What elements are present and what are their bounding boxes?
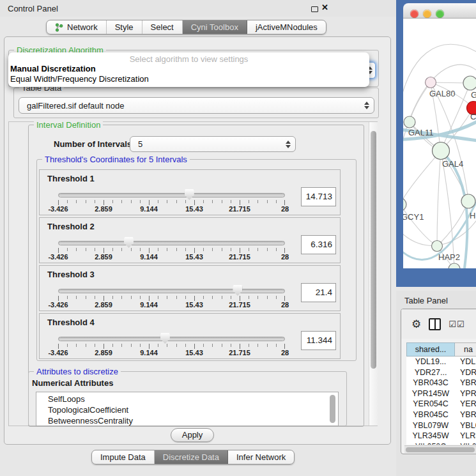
tab-network[interactable]: Network — [47, 20, 107, 34]
minimize-traffic-light[interactable] — [423, 10, 431, 18]
table-row[interactable]: YLR345WYLR3 — [406, 431, 476, 441]
close-icon[interactable]: ✕ — [321, 3, 328, 12]
float-window-icon[interactable] — [311, 6, 318, 12]
slider-thumb[interactable] — [185, 189, 194, 200]
tab-select-label: Select — [151, 22, 174, 32]
tab-select[interactable]: Select — [142, 20, 183, 34]
table-row[interactable]: YIL052CYIL0 — [406, 441, 476, 445]
slider-track[interactable] — [58, 241, 285, 245]
network-node-gal11[interactable] — [404, 116, 415, 128]
cell-name[interactable]: YER0 — [455, 399, 476, 410]
network-node-h[interactable] — [461, 194, 475, 208]
network-node-label: GAL80 — [429, 89, 455, 98]
split-columns-icon[interactable] — [429, 318, 441, 330]
slider-scale-label: 15.43 — [185, 205, 203, 213]
slider-track[interactable] — [58, 337, 285, 341]
slider-scale-label: 9.144 — [140, 253, 158, 261]
tab-impute-data[interactable]: Impute Data — [92, 450, 155, 464]
slider-scale: -3.4262.8599.14415.4321.71528 — [58, 253, 285, 261]
slider-ticks — [58, 200, 285, 203]
cell-name[interactable]: YBR0 — [455, 378, 476, 388]
network-node-hap2[interactable] — [432, 241, 443, 252]
list-scrollbar-thumb[interactable] — [330, 395, 335, 423]
network-node-label: GAL11 — [408, 128, 434, 137]
cell-name[interactable]: YBL0 — [455, 420, 476, 431]
slider-scale-label: 28 — [281, 349, 289, 357]
cell-shared-name[interactable]: YIL052C — [406, 441, 455, 445]
network-window-titlebar[interactable] — [403, 3, 476, 19]
cell-name[interactable]: YIL0 — [455, 441, 476, 445]
network-node-gal80[interactable] — [426, 77, 436, 88]
close-traffic-light[interactable] — [410, 10, 418, 18]
table-data-combo-value: galFiltered.sif default node — [27, 101, 124, 111]
threshold-1-value-field[interactable]: 14.713 — [301, 187, 336, 206]
algorithm-option-manual[interactable]: Manual Discretization — [10, 64, 368, 74]
control-panel-titlebar: Control Panel ✕ — [0, 0, 396, 17]
network-node-label: C — [470, 112, 476, 121]
cell-shared-name[interactable]: YBR043C — [406, 378, 455, 388]
cell-shared-name[interactable]: YER054C — [406, 399, 455, 410]
attribute-item[interactable]: SelfLoops — [48, 394, 338, 404]
cell-shared-name[interactable]: YBR045C — [406, 410, 455, 420]
slider-track[interactable] — [58, 289, 285, 293]
thresholds-group-title: Threshold's Coordinates for 5 Intervals — [42, 155, 190, 164]
attribute-item[interactable]: TopologicalCoefficient — [48, 404, 338, 415]
column-header-name[interactable]: na — [455, 342, 476, 357]
cell-shared-name[interactable]: YLR345W — [406, 431, 455, 441]
table-data-combo[interactable]: galFiltered.sif default node — [19, 97, 374, 114]
cell-name[interactable]: YDR2 — [455, 367, 476, 378]
horizontal-scrollbar-thumb[interactable] — [406, 447, 475, 452]
table-row[interactable]: YPR145WYPR1 — [406, 388, 476, 399]
tab-cyni-toolbox[interactable]: Cyni Toolbox — [183, 20, 247, 34]
slider-thumb[interactable] — [160, 333, 170, 344]
node-table-body[interactable]: YDL19...YDL1YDR27...YDR2YBR043CYBR0YPR14… — [406, 357, 476, 445]
network-canvas[interactable]: GAL80GACGAL11GAL4GCY1HHAP2 — [403, 19, 476, 268]
network-node-ga[interactable] — [463, 76, 476, 90]
slider-scale: -3.4262.8599.14415.4321.71528 — [58, 349, 285, 357]
zoom-traffic-light[interactable] — [436, 10, 444, 18]
threshold-4-value-field[interactable]: 11.344 — [301, 331, 336, 350]
num-intervals-combo[interactable]: 5 — [130, 136, 296, 152]
tab-cyni-toolbox-label: Cyni Toolbox — [191, 22, 238, 32]
table-row[interactable]: YBR045CYBR0 — [406, 410, 476, 420]
algorithm-option-equal-width[interactable]: Equal Width/Frequency Discretization — [10, 74, 368, 84]
cell-shared-name[interactable]: YPR145W — [406, 388, 455, 399]
table-row[interactable]: YDR27...YDR2 — [406, 367, 476, 378]
threshold-3-slider: -3.4262.8599.14415.4321.71528 — [58, 266, 285, 311]
slider-track[interactable] — [58, 193, 285, 197]
vertical-scrollbar-thumb[interactable] — [371, 131, 376, 369]
cell-shared-name[interactable]: YBL079W — [406, 420, 455, 431]
slider-thumb[interactable] — [124, 237, 134, 248]
table-row[interactable]: YBR043CYBR0 — [406, 378, 476, 388]
gear-icon[interactable]: ⚙ — [411, 318, 421, 331]
checkbox-icon[interactable]: ☑☑ — [449, 319, 464, 329]
table-row[interactable]: YDL19...YDL1 — [406, 357, 476, 367]
tab-style[interactable]: Style — [107, 20, 142, 34]
network-icon — [55, 23, 63, 32]
column-header-shared-name[interactable]: shared... — [406, 342, 455, 357]
table-row[interactable]: YER054CYER0 — [406, 399, 476, 410]
stepper-arrows-icon — [364, 102, 369, 109]
cell-name[interactable]: YPR1 — [455, 388, 476, 399]
tab-discretize-data[interactable]: Discretize Data — [155, 450, 228, 464]
numerical-attributes-list[interactable]: SelfLoopsTopologicalCoefficientBetweenne… — [36, 392, 339, 426]
horizontal-scrollbar[interactable] — [404, 445, 476, 453]
slider-thumb[interactable] — [233, 285, 242, 296]
cell-shared-name[interactable]: YDL19... — [406, 357, 455, 367]
vertical-scrollbar[interactable] — [369, 122, 378, 426]
cell-shared-name[interactable]: YDR27... — [406, 367, 455, 378]
cell-name[interactable]: YLR3 — [455, 431, 476, 441]
threshold-2-value-field[interactable]: 6.316 — [301, 235, 336, 254]
network-node-gal4[interactable] — [433, 142, 450, 160]
tab-discretize-data-label: Discretize Data — [163, 452, 219, 462]
apply-button[interactable]: Apply — [171, 428, 214, 442]
network-node-gcy1[interactable] — [403, 198, 406, 211]
cell-name[interactable]: YBR0 — [455, 410, 476, 420]
tab-infer-network[interactable]: Infer Network — [228, 450, 294, 464]
cell-name[interactable]: YDL1 — [455, 357, 476, 367]
table-row[interactable]: YBL079WYBL0 — [406, 420, 476, 431]
slider-scale-label: 9.144 — [140, 349, 158, 357]
threshold-3-value-field[interactable]: 21.4 — [301, 283, 336, 302]
tab-jactivemnodules[interactable]: jActiveMNodules — [247, 20, 326, 34]
attribute-item[interactable]: BetweennessCentrality — [48, 415, 338, 426]
